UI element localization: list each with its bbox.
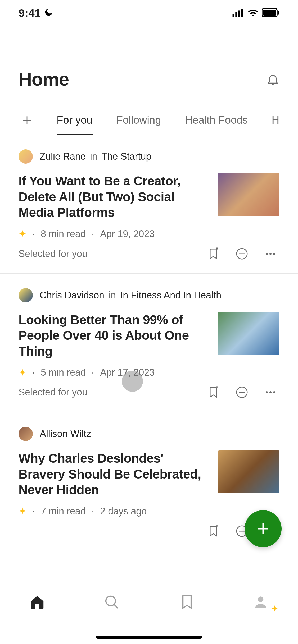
svg-rect-1	[235, 12, 237, 17]
author-name[interactable]: Allison Wiltz	[40, 428, 91, 439]
publication-name[interactable]: In Fitness And In Health	[120, 290, 221, 301]
article-thumbnail[interactable]	[218, 450, 279, 493]
add-tab-button[interactable]	[21, 114, 33, 127]
bookmark-add-button[interactable]	[207, 247, 220, 260]
more-options-button[interactable]	[264, 247, 277, 260]
svg-point-20	[266, 391, 268, 393]
compose-fab[interactable]	[245, 510, 282, 547]
sparkle-icon: ✦	[271, 604, 278, 614]
article-title[interactable]: Why Charles Deslondes' Bravery Should Be…	[19, 450, 207, 498]
article-meta: ✦ · 7 min read · 2 days ago	[19, 506, 207, 517]
more-options-button[interactable]	[264, 386, 277, 399]
svg-rect-5	[263, 10, 276, 16]
read-time: 5 min read	[41, 367, 86, 378]
tab-for-you[interactable]: For you	[57, 106, 93, 135]
article-date: 2 days ago	[100, 506, 147, 517]
nav-home[interactable]	[21, 591, 53, 613]
svg-rect-6	[278, 11, 279, 14]
byline: Zulie Rane in The Startup	[19, 149, 279, 164]
svg-point-15	[273, 253, 275, 255]
nav-bookmarks[interactable]	[170, 591, 202, 613]
svg-line-33	[115, 605, 118, 608]
svg-point-32	[106, 596, 115, 606]
header: Home	[0, 26, 298, 106]
publication-name[interactable]: The Startup	[102, 151, 151, 162]
article-meta: ✦ · 8 min read · Apr 19, 2023	[19, 228, 207, 240]
article-card[interactable]: Chris Davidson in In Fitness And In Heal…	[0, 274, 298, 412]
article-card[interactable]: Zulie Rane in The Startup If You Want to…	[0, 135, 298, 274]
read-time: 8 min read	[41, 228, 86, 240]
tab-overflow[interactable]: H	[272, 106, 279, 135]
battery-icon	[262, 8, 279, 18]
article-thumbnail[interactable]	[218, 173, 279, 216]
status-bar: 9:41	[0, 0, 298, 26]
tab-following[interactable]: Following	[116, 106, 161, 135]
bookmark-add-button[interactable]	[207, 525, 220, 537]
avatar[interactable]	[19, 149, 33, 164]
show-less-button[interactable]	[236, 247, 248, 260]
tab-health-foods[interactable]: Health Foods	[185, 106, 248, 135]
svg-rect-2	[238, 10, 240, 17]
author-name[interactable]: Chris Davidson	[40, 290, 104, 301]
avatar[interactable]	[19, 427, 33, 441]
moon-icon	[44, 7, 53, 20]
avatar[interactable]	[19, 288, 33, 302]
svg-rect-0	[233, 14, 234, 17]
feed: Zulie Rane in The Startup If You Want to…	[0, 135, 298, 551]
member-star-icon: ✦	[19, 228, 26, 240]
svg-point-34	[258, 596, 264, 602]
article-date: Apr 19, 2023	[100, 228, 155, 240]
in-word: in	[109, 290, 116, 301]
svg-point-21	[269, 391, 272, 393]
member-star-icon: ✦	[19, 506, 26, 517]
svg-point-13	[266, 253, 268, 255]
wifi-icon	[248, 9, 258, 18]
tabs-bar: For you Following Health Foods H	[0, 106, 298, 135]
in-word: in	[90, 151, 97, 162]
bottom-nav: ✦	[0, 578, 298, 644]
article-title[interactable]: Looking Better Than 99% of People Over 4…	[19, 312, 207, 359]
svg-rect-3	[241, 9, 243, 17]
status-time: 9:41	[19, 7, 41, 20]
nav-profile[interactable]: ✦	[245, 591, 277, 613]
touch-indicator	[122, 371, 143, 392]
page-title: Home	[19, 69, 69, 90]
selected-tag: Selected for you	[19, 248, 87, 259]
byline: Allison Wiltz	[19, 427, 279, 441]
notifications-button[interactable]	[266, 73, 279, 86]
read-time: 7 min read	[41, 506, 86, 517]
author-name[interactable]: Zulie Rane	[40, 151, 86, 162]
article-thumbnail[interactable]	[218, 312, 279, 355]
svg-point-14	[269, 253, 272, 255]
home-indicator	[96, 636, 202, 639]
selected-tag: Selected for you	[19, 387, 87, 398]
show-less-button[interactable]	[236, 386, 248, 399]
bookmark-add-button[interactable]	[207, 386, 220, 399]
nav-search[interactable]	[96, 591, 128, 613]
svg-point-22	[273, 391, 275, 393]
article-title[interactable]: If You Want to Be a Creator, Delete All …	[19, 173, 207, 220]
article-meta: ✦ · 5 min read · Apr 17, 2023	[19, 367, 207, 378]
member-star-icon: ✦	[19, 367, 26, 378]
cellular-icon	[232, 9, 244, 18]
byline: Chris Davidson in In Fitness And In Heal…	[19, 288, 279, 302]
